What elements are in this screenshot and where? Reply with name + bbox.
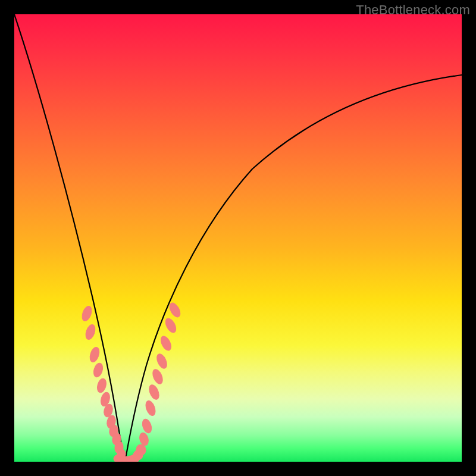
watermark-text: TheBottleneck.com (356, 2, 470, 18)
svg-point-2 (88, 346, 101, 363)
chart-frame: TheBottleneck.com (0, 0, 476, 476)
svg-point-25 (159, 334, 173, 352)
svg-point-24 (155, 352, 168, 369)
svg-point-0 (80, 305, 93, 322)
svg-point-22 (148, 383, 161, 400)
svg-point-4 (96, 378, 108, 394)
marker-group (80, 301, 182, 462)
plot-area (14, 14, 462, 462)
curve-right-branch (125, 75, 462, 462)
svg-point-26 (164, 317, 178, 334)
svg-point-1 (84, 323, 97, 340)
svg-point-27 (168, 301, 183, 319)
svg-point-23 (151, 368, 164, 385)
curve-layer (14, 14, 462, 462)
svg-point-21 (144, 399, 157, 416)
svg-point-20 (141, 418, 154, 434)
svg-point-3 (92, 362, 104, 378)
